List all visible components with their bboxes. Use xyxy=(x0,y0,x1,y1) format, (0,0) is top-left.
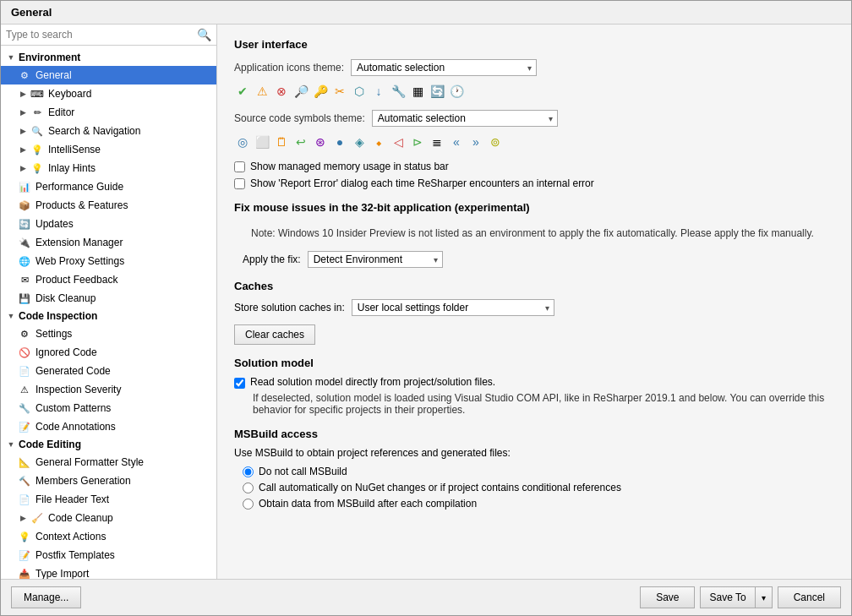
expand-arrow-environment: ▼ xyxy=(6,52,16,63)
group-environment[interactable]: ▼ Environment xyxy=(1,49,216,66)
search-input[interactable] xyxy=(6,29,197,41)
inspection-severity-icon: ⚠ xyxy=(18,383,31,396)
src-icon-9: ◁ xyxy=(390,134,407,150)
radio-each-msbuild-input[interactable] xyxy=(243,499,254,510)
section-caches: Caches xyxy=(234,280,834,292)
icon-check: ✔ xyxy=(234,83,251,100)
store-caches-row: Store solution caches in: User local set… xyxy=(234,299,834,316)
group-label-environment: Environment xyxy=(19,52,80,63)
sidebar-item-label: Custom Patterns xyxy=(36,402,111,414)
source-symbols-select[interactable]: Automatic selection Default Dark xyxy=(372,110,558,127)
search-icon: 🔍 xyxy=(197,28,211,41)
src-icon-8: ⬥ xyxy=(370,134,387,150)
sidebar-item-label: Postfix Templates xyxy=(36,549,115,561)
sidebar-item-inspection-severity[interactable]: ⚠ Inspection Severity xyxy=(1,380,216,399)
sidebar-item-context-actions[interactable]: 💡 Context Actions xyxy=(1,527,216,546)
sidebar-item-settings[interactable]: ⚙ Settings xyxy=(1,324,216,343)
app-icons-select-wrapper: Automatic selection Default Dark xyxy=(351,59,537,76)
sidebar-item-generated-code[interactable]: 📄 Generated Code xyxy=(1,362,216,380)
store-caches-select[interactable]: User local settings folder System temp f… xyxy=(352,299,554,316)
show-report-row: Show 'Report Error' dialog each time ReS… xyxy=(234,177,834,189)
keyboard-icon: ⌨ xyxy=(30,87,44,101)
sidebar-item-ignored-code[interactable]: 🚫 Ignored Code xyxy=(1,343,216,362)
sidebar-item-intellisense[interactable]: ▶ 💡 IntelliSense xyxy=(1,140,216,159)
show-memory-checkbox[interactable] xyxy=(234,161,245,172)
radio-no-msbuild-label: Do not call MSBuild xyxy=(259,466,347,477)
icon-key: 🔑 xyxy=(312,83,329,100)
save-to-label[interactable]: Save To xyxy=(701,587,755,608)
save-to-button[interactable]: Save To ▾ xyxy=(700,586,772,608)
sidebar-item-disk-cleanup[interactable]: 💾 Disk Cleanup xyxy=(1,289,216,308)
sidebar-item-products[interactable]: 📦 Products & Features xyxy=(1,196,216,215)
clear-caches-button[interactable]: Clear caches xyxy=(234,324,315,345)
icon-refresh: 🔄 xyxy=(429,83,445,100)
disk-cleanup-icon: 💾 xyxy=(18,292,31,305)
source-theme-icons-row: ◎ ⬜ 🗒 ↩ ⊛ ● ◈ ⬥ ◁ ⊳ ≣ « » ⊚ xyxy=(234,134,834,150)
radio-auto-msbuild-input[interactable] xyxy=(243,482,254,493)
read-solution-checkbox[interactable] xyxy=(234,378,245,389)
msbuild-radio-group: Do not call MSBuild Call automatically o… xyxy=(243,466,834,510)
sidebar-item-custom-patterns[interactable]: 🔧 Custom Patterns xyxy=(1,399,216,417)
sidebar-item-search[interactable]: ▶ 🔍 Search & Navigation xyxy=(1,122,216,140)
apply-fix-select[interactable]: Detect Environment Always Never xyxy=(308,251,443,268)
save-button[interactable]: Save xyxy=(640,586,695,608)
group-code-editing[interactable]: ▼ Code Editing xyxy=(1,436,216,453)
use-msbuild-label: Use MSBuild to obtain project references… xyxy=(234,447,834,459)
sidebar-item-label: Updates xyxy=(36,218,74,230)
sidebar-item-label: Settings xyxy=(36,328,72,340)
expand-arrow-code-inspection: ▼ xyxy=(6,311,16,321)
sidebar-item-inlay-hints[interactable]: ▶ 💡 Inlay Hints xyxy=(1,159,216,177)
manage-button[interactable]: Manage... xyxy=(11,586,81,608)
sidebar-item-feedback[interactable]: ✉ Product Feedback xyxy=(1,270,216,289)
src-icon-7: ◈ xyxy=(351,134,368,150)
sidebar-item-performance[interactable]: 📊 Performance Guide xyxy=(1,177,216,196)
read-solution-label: Read solution model directly from projec… xyxy=(250,376,495,388)
postfix-icon: 📝 xyxy=(18,548,31,562)
sidebar-item-members-generation[interactable]: 🔨 Members Generation xyxy=(1,472,216,490)
sidebar-item-updates[interactable]: 🔄 Updates xyxy=(1,215,216,233)
search-nav-icon: 🔍 xyxy=(30,124,44,138)
app-icons-label: Application icons theme: xyxy=(234,62,344,74)
search-box: 🔍 xyxy=(1,25,216,46)
group-code-inspection[interactable]: ▼ Code Inspection xyxy=(1,308,216,324)
sidebar-item-general-formatter[interactable]: 📐 General Formatter Style xyxy=(1,453,216,472)
apply-fix-row: Apply the fix: Detect Environment Always… xyxy=(243,251,834,268)
sidebar-item-label: Members Generation xyxy=(36,475,131,487)
sidebar-item-file-header[interactable]: 📄 File Header Text xyxy=(1,490,216,509)
src-icon-4: ↩ xyxy=(292,134,309,150)
radio-no-msbuild-input[interactable] xyxy=(243,466,254,477)
sidebar-item-general[interactable]: ⚙ General xyxy=(1,66,216,84)
sidebar-item-code-cleanup[interactable]: ▶ 🧹 Code Cleanup xyxy=(1,509,216,527)
settings-tree-panel: 🔍 ▼ Environment ⚙ General ▶ ⌨ Keyboard xyxy=(1,25,217,579)
sidebar-item-keyboard[interactable]: ▶ ⌨ Keyboard xyxy=(1,84,216,103)
icon-wrench: 🔧 xyxy=(390,83,407,100)
group-label-code-inspection: Code Inspection xyxy=(19,310,97,322)
sidebar-item-web-proxy[interactable]: 🌐 Web Proxy Settings xyxy=(1,252,216,270)
apply-fix-label: Apply the fix: xyxy=(243,253,301,265)
sidebar-item-label: Type Import xyxy=(36,568,89,579)
show-report-checkbox[interactable] xyxy=(234,178,245,189)
show-memory-label: Show managed memory usage in status bar xyxy=(250,161,449,172)
src-icon-12: « xyxy=(448,134,465,150)
feedback-icon: ✉ xyxy=(18,273,31,286)
source-symbols-label: Source code symbols theme: xyxy=(234,112,365,124)
icon-hex: ⬡ xyxy=(351,83,368,100)
sidebar-item-editor[interactable]: ▶ ✏ Editor xyxy=(1,103,216,122)
src-icon-11: ≣ xyxy=(429,134,445,150)
cancel-button[interactable]: Cancel xyxy=(778,586,841,608)
read-solution-desc: If deselected, solution model is loaded … xyxy=(253,392,834,416)
sidebar-item-label: Ignored Code xyxy=(36,346,97,358)
sidebar-item-extension-manager[interactable]: 🔌 Extension Manager xyxy=(1,233,216,252)
settings-dialog: General 🔍 ▼ Environment ⚙ General ▶ xyxy=(0,0,852,616)
radio-no-msbuild: Do not call MSBuild xyxy=(243,466,834,477)
expand-arrow-search: ▶ xyxy=(18,126,28,136)
save-to-arrow-icon[interactable]: ▾ xyxy=(756,589,772,607)
app-icons-select[interactable]: Automatic selection Default Dark xyxy=(351,59,537,76)
sidebar-item-code-annotations[interactable]: 📝 Code Annotations xyxy=(1,417,216,436)
custom-patterns-icon: 🔧 xyxy=(18,401,31,415)
sidebar-item-postfix[interactable]: 📝 Postfix Templates xyxy=(1,546,216,564)
sidebar-item-label: Performance Guide xyxy=(36,181,123,193)
sidebar-item-type-import[interactable]: 📥 Type Import xyxy=(1,564,216,579)
sidebar-item-label: Editor xyxy=(48,106,74,118)
type-import-icon: 📥 xyxy=(18,567,31,579)
